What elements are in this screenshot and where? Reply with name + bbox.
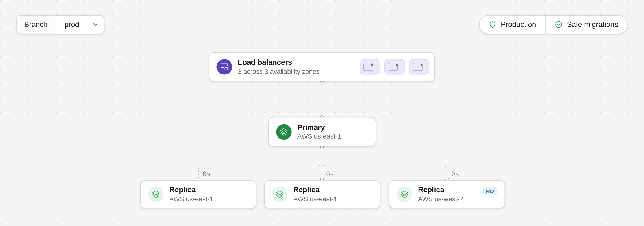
safe-migrations-label: Safe migrations (567, 20, 618, 29)
load-balancer-icon (216, 59, 232, 75)
replica-text: Replica AWS us-east-1 (293, 186, 338, 203)
branch-value: prod (64, 20, 79, 29)
check-circle-icon (554, 20, 563, 29)
az-chip (409, 59, 430, 75)
replica-title: Replica (418, 186, 463, 195)
production-pill[interactable]: Production (480, 15, 545, 33)
database-replica-icon (272, 187, 288, 202)
replica-text: Replica AWS us-west-2 (418, 186, 463, 203)
safe-migrations-pill[interactable]: Safe migrations (545, 15, 627, 33)
replica-region: AWS us-east-1 (293, 196, 338, 203)
topology-canvas: Branch prod Production Safe migrations L… (0, 0, 644, 226)
branch-dropdown[interactable]: prod (55, 15, 104, 33)
status-pills: Production Safe migrations (479, 15, 628, 34)
latency-label: 0s (202, 170, 210, 178)
production-label: Production (501, 20, 536, 29)
load-balancers-text: Load balancers 3 across 3 availability z… (238, 58, 320, 75)
primary-title: Primary (298, 123, 342, 132)
load-balancers-title: Load balancers (238, 58, 320, 67)
svg-rect-8 (221, 64, 228, 66)
branch-selector: Branch prod (16, 15, 104, 34)
replica-node[interactable]: Replica AWS us-west-2 RO (389, 180, 505, 208)
az-chip (384, 59, 405, 75)
database-icon (276, 124, 292, 140)
database-replica-icon (397, 187, 412, 202)
chevron-down-icon (92, 22, 98, 27)
svg-point-7 (556, 21, 562, 28)
svg-rect-9 (221, 68, 224, 70)
az-chips (360, 59, 430, 75)
az-chip (360, 59, 380, 75)
replica-region: AWS us-west-2 (418, 196, 463, 203)
primary-region: AWS us-east-1 (298, 133, 342, 140)
branch-label: Branch (17, 15, 55, 33)
replica-title: Replica (170, 186, 214, 195)
primary-text: Primary AWS us-east-1 (298, 123, 342, 140)
database-replica-icon (148, 187, 164, 202)
replica-node[interactable]: Replica AWS us-east-1 (264, 180, 380, 208)
readonly-badge: RO (483, 187, 497, 195)
replica-node[interactable]: Replica AWS us-east-1 (140, 180, 256, 208)
shield-icon (488, 20, 497, 29)
replica-title: Replica (293, 186, 338, 195)
load-balancers-subtitle: 3 across 3 availability zones (238, 68, 320, 75)
replica-region: AWS us-east-1 (170, 196, 214, 203)
latency-label: 0s (451, 170, 459, 178)
latency-label: 0s (326, 170, 334, 178)
replica-text: Replica AWS us-east-1 (170, 186, 214, 203)
svg-rect-10 (225, 68, 228, 70)
primary-node[interactable]: Primary AWS us-east-1 (268, 117, 376, 146)
load-balancers-node[interactable]: Load balancers 3 across 3 availability z… (209, 52, 434, 81)
